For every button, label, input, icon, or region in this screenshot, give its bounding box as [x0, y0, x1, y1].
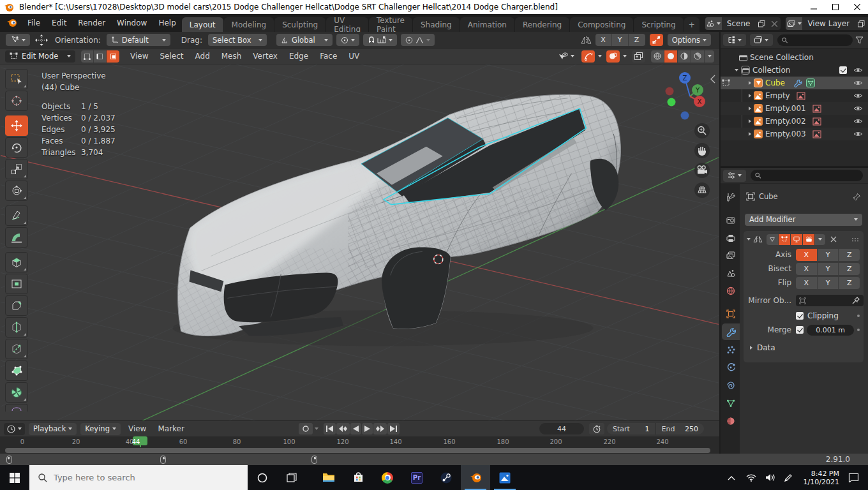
tab-render[interactable] — [722, 212, 740, 228]
scrollbar-thumb[interactable] — [5, 448, 710, 453]
tab-material[interactable] — [722, 413, 740, 429]
tab-output[interactable] — [722, 230, 740, 246]
collection-checkbox[interactable] — [839, 66, 847, 74]
auto-keying-button[interactable] — [299, 423, 313, 434]
proportional-editing-dropdown[interactable] — [401, 34, 435, 46]
workspace-tab-rendering[interactable]: Rendering — [515, 17, 569, 32]
tool-smooth-button[interactable] — [5, 404, 28, 412]
task-view-button[interactable] — [277, 465, 306, 490]
camera-view-button[interactable] — [694, 163, 710, 178]
mode-dropdown[interactable]: Edit Mode — [5, 50, 75, 63]
tab-object-data[interactable] — [722, 395, 740, 412]
orientation-dropdown[interactable]: Default — [107, 34, 170, 46]
play-button[interactable] — [362, 423, 373, 434]
gizmo-x-neg[interactable] — [666, 87, 674, 96]
viewport-menu-uv[interactable]: UV — [343, 48, 365, 64]
tab-view-layer[interactable] — [722, 247, 740, 264]
workspace-tab-layout[interactable]: Layout — [182, 17, 223, 32]
photos-taskbar-button[interactable] — [490, 465, 520, 490]
pan-view-button[interactable] — [694, 143, 710, 158]
taskbar-clock[interactable]: 8:42 PM 1/10/2021 — [804, 470, 839, 486]
eye-icon[interactable] — [853, 105, 863, 112]
mirror-y-button[interactable]: Y — [612, 34, 629, 46]
options-dropdown[interactable]: Options — [668, 34, 711, 46]
outliner-row-scene-collection[interactable]: Scene Collection — [721, 51, 868, 64]
tool-rotate-button[interactable] — [5, 137, 28, 158]
tab-physics[interactable] — [722, 359, 740, 376]
viewport-menu-view[interactable]: View — [124, 48, 154, 64]
start-button[interactable] — [0, 465, 29, 490]
vertex-select-button[interactable] — [81, 50, 94, 63]
viewport-menu-select[interactable]: Select — [154, 48, 189, 64]
play-reverse-button[interactable] — [350, 423, 361, 434]
mirror-x-button[interactable]: X — [595, 34, 612, 46]
flip-x-button[interactable]: X — [796, 277, 818, 289]
view-layer-name[interactable]: View Layer — [802, 19, 855, 28]
overlays-dropdown[interactable] — [598, 55, 602, 57]
expand-icon[interactable] — [749, 107, 751, 110]
pen-icon[interactable] — [784, 473, 793, 482]
tool-poly-build-button[interactable] — [5, 360, 28, 381]
data-expand-icon[interactable] — [750, 346, 752, 350]
shading-solid-button[interactable] — [664, 50, 678, 63]
properties-editor-type-dropdown[interactable] — [723, 170, 746, 182]
tool-select-box-button[interactable] — [5, 69, 28, 89]
tool-annotate-button[interactable] — [5, 205, 28, 226]
scene-browse-button[interactable] — [705, 17, 722, 30]
expand-icon[interactable] — [749, 132, 751, 136]
modifier-editmode-toggle[interactable] — [779, 234, 791, 245]
use-preview-range-button[interactable] — [589, 423, 604, 434]
keying-set-dropdown[interactable] — [315, 427, 318, 430]
taskbar-search[interactable] — [29, 465, 248, 490]
xray-dropdown[interactable] — [623, 55, 627, 57]
eye-icon[interactable] — [853, 80, 863, 86]
outliner-row-empty-001[interactable]: Empty.001 — [721, 102, 868, 115]
axis-z-button[interactable]: Z — [839, 249, 860, 261]
add-modifier-dropdown[interactable]: Add Modifier — [745, 214, 862, 226]
modifier-extras-dropdown[interactable] — [815, 234, 825, 245]
workspace-tab-texture-paint[interactable]: Texture Paint — [369, 17, 412, 32]
microsoft-store-button[interactable] — [343, 465, 373, 490]
modifier-render-toggle[interactable] — [803, 234, 815, 245]
new-view-layer-button[interactable] — [855, 20, 867, 27]
snap-toggle-button[interactable] — [650, 34, 663, 46]
merge-threshold-field[interactable]: 0.001 m — [807, 325, 854, 336]
new-scene-button[interactable] — [755, 20, 768, 27]
timeline-menu-marker[interactable]: Marker — [152, 421, 190, 437]
current-frame-field[interactable]: 44 — [539, 423, 584, 434]
delete-scene-button[interactable] — [768, 21, 781, 27]
tool-spin-button[interactable] — [5, 382, 28, 403]
tab-world[interactable] — [722, 283, 740, 299]
viewport-menu-edge[interactable]: Edge — [283, 48, 314, 64]
eye-icon[interactable] — [853, 131, 863, 137]
start-frame-field[interactable]: Start 1 — [607, 423, 656, 434]
tool-move-button[interactable] — [5, 115, 28, 136]
properties-search-input[interactable] — [761, 172, 858, 180]
mirror-z-button[interactable]: Z — [629, 34, 645, 46]
taskbar-search-input[interactable] — [54, 473, 213, 482]
maximize-button[interactable] — [825, 0, 846, 14]
volume-icon[interactable] — [765, 473, 775, 482]
playhead[interactable]: 44 — [133, 436, 147, 445]
workspace-tab-scripting[interactable]: Scripting — [634, 17, 683, 32]
show-overlays-toggle[interactable] — [581, 50, 595, 63]
outliner-row-empty[interactable]: Empty — [721, 89, 868, 102]
workspace-tab-animation[interactable]: Animation — [460, 17, 514, 32]
expand-icon[interactable] — [735, 69, 738, 71]
workspace-tab-compositing[interactable]: Compositing — [570, 17, 633, 32]
wifi-icon[interactable] — [746, 474, 756, 482]
tool-measure-button[interactable] — [5, 227, 28, 248]
shading-wireframe-button[interactable] — [651, 50, 664, 63]
eyedropper-icon[interactable] — [852, 297, 860, 304]
next-keyframe-button[interactable] — [373, 423, 387, 434]
show-gizmo-dropdown[interactable] — [556, 50, 577, 63]
workspace-tab-shading[interactable]: Shading — [413, 17, 460, 32]
tray-expand-icon[interactable] — [727, 475, 736, 481]
pin-icon[interactable] — [853, 193, 861, 201]
close-button[interactable] — [846, 0, 868, 14]
playback-dropdown[interactable]: Playback — [29, 423, 77, 435]
scene-name[interactable]: Scene — [722, 19, 756, 28]
viewport-menu-add[interactable]: Add — [190, 48, 216, 64]
drag-dropdown[interactable]: Select Box — [208, 34, 267, 46]
filter-icon[interactable] — [855, 36, 864, 44]
